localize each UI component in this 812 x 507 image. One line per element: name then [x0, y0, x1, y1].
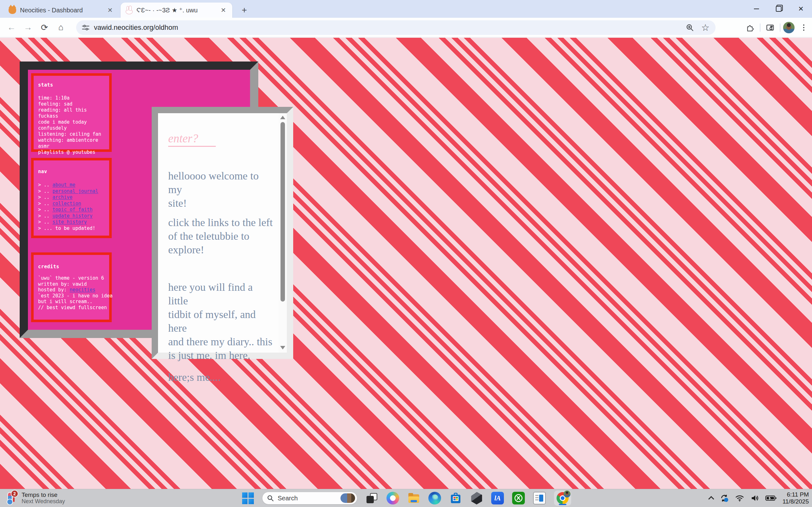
neocities-link[interactable]: neocities	[69, 287, 95, 293]
weather-widget[interactable]: 2 Temps to rise Next Wednesday	[5, 489, 65, 507]
nav-link-archive[interactable]: archive	[52, 194, 72, 200]
tab-close-icon[interactable]: ✕	[106, 6, 114, 14]
thermometer-icon: 2	[5, 492, 18, 504]
nav-item: > ... to be updated!	[38, 225, 105, 232]
file-explorer-icon[interactable]	[407, 492, 420, 504]
scroll-up-arrow-icon[interactable]	[280, 116, 285, 119]
back-button[interactable]: ←	[4, 20, 18, 35]
nav-prefix: > ..	[38, 194, 52, 200]
credits-title: credits	[38, 264, 105, 270]
nav-link-personal-journal[interactable]: personal journal	[52, 188, 98, 194]
content-area: enter? helloooo welcome to my site! clic…	[168, 113, 273, 384]
minimize-button[interactable]	[745, 0, 768, 18]
nav-prefix: > ..	[38, 182, 52, 188]
tab-close-icon[interactable]: ✕	[219, 6, 228, 14]
wifi-icon[interactable]	[735, 493, 745, 503]
nav-item: > .. personal journal	[38, 188, 105, 195]
tab-title: ϚƐ~- · -~3Ƨ ★ ⁺. uwu	[137, 6, 215, 14]
active-app-indicator	[559, 504, 566, 505]
nav-prefix: > ..	[38, 213, 52, 219]
copilot-icon[interactable]	[387, 492, 399, 504]
browser-menu-kebab-icon[interactable]	[797, 24, 810, 31]
nav-link-about-me[interactable]: about me	[52, 182, 75, 188]
start-button[interactable]	[242, 492, 254, 504]
nav-prefix: > ..	[38, 188, 52, 194]
side-panel-search-icon[interactable]	[763, 20, 777, 35]
taskbar-clock[interactable]: 6:11 PM 11/8/2025	[782, 491, 809, 505]
xbox-icon[interactable]	[512, 492, 525, 504]
nav-item: > .. archive	[38, 194, 105, 201]
tab-uwu-active[interactable]: ϚƐ~- · -~3Ƨ ★ ⁺. uwu ✕	[120, 3, 232, 18]
bookmark-star-icon[interactable]: ☆	[698, 20, 712, 35]
blue-a-glyph: lA	[494, 494, 501, 502]
weather-subtitle: Next Wednesday	[21, 498, 65, 505]
windows-taskbar: 2 Temps to rise Next Wednesday Search lA	[0, 489, 812, 507]
sync-update-icon[interactable]	[720, 493, 729, 503]
scrollbar-thumb[interactable]	[281, 122, 285, 301]
search-icon	[267, 495, 274, 502]
webpage-candy-stripe-background: stats time: 1:10a feeling: sad reading: …	[0, 38, 812, 489]
nav-item: > .. about me	[38, 182, 105, 188]
search-placeholder: Search	[277, 495, 337, 502]
nav-link-collection[interactable]: collection	[52, 201, 81, 207]
nav-prefix: > ..	[38, 219, 52, 225]
tab-neocities-dashboard[interactable]: Neocities - Dashboard ✕	[4, 3, 119, 18]
close-button[interactable]: ✕	[790, 0, 812, 18]
battery-icon[interactable]	[765, 495, 777, 501]
stats-title: stats	[38, 82, 105, 88]
nav-item: > .. collection	[38, 201, 105, 207]
weather-title: Temps to rise	[21, 492, 65, 498]
new-tab-button[interactable]: +	[239, 4, 250, 16]
nav-link-update-history[interactable]: update history	[52, 213, 92, 219]
nav-prefix: > ...	[38, 225, 55, 231]
url-text[interactable]: vawid.neocities.org/oldhom	[94, 23, 681, 32]
blue-a-app-icon[interactable]: lA	[491, 492, 504, 504]
extensions-puzzle-icon[interactable]	[743, 20, 757, 35]
clock-date: 11/8/2025	[782, 498, 809, 505]
search-highlight-image[interactable]	[341, 493, 355, 503]
cat-favicon-icon	[9, 6, 16, 14]
reload-button[interactable]: ⟳	[38, 20, 51, 35]
site-info-tune-icon[interactable]	[82, 24, 90, 32]
hidden-icons-chevron-icon[interactable]	[708, 496, 714, 502]
nav-link-topic-of-faith[interactable]: topic of faith	[52, 207, 92, 213]
photos-app-icon[interactable]	[533, 492, 546, 504]
bunny-favicon-icon	[125, 6, 133, 14]
about-paragraph: here you will find a little tidbit of my…	[168, 280, 273, 362]
nav-link-site-history[interactable]: site history	[52, 219, 87, 225]
tab-title: Neocities - Dashboard	[20, 7, 102, 14]
chrome-taskbar-button-active[interactable]	[554, 491, 571, 506]
stats-box: stats time: 1:10a feeling: sad reading: …	[31, 73, 112, 152]
hosted-by-label: hosted by:	[38, 287, 69, 293]
nav-item: > .. update history	[38, 213, 105, 219]
profile-avatar[interactable]	[783, 22, 795, 33]
scroll-down-arrow-icon[interactable]	[280, 346, 285, 349]
forward-button[interactable]: →	[21, 20, 35, 35]
gem-app-icon[interactable]	[470, 492, 483, 504]
volume-icon[interactable]	[750, 493, 760, 503]
home-button[interactable]: ⌂	[54, 20, 68, 35]
edge-icon[interactable]	[428, 492, 441, 504]
nav-text-to-be-updated: to be updated!	[55, 225, 95, 231]
taskbar-center: Search lA	[242, 489, 571, 507]
divider	[780, 23, 780, 32]
task-view-icon[interactable]	[365, 492, 378, 504]
heres-me-paragraph: here;s me....	[168, 370, 273, 384]
nav-prefix: > ..	[38, 201, 52, 207]
scrollbar[interactable]	[278, 113, 287, 352]
credits-lines-1: `uwu` theme - version 6 written by: vawi…	[38, 275, 105, 287]
chrome-profile-badge	[564, 491, 570, 498]
nav-box: nav > .. about me > .. personal journal …	[31, 158, 112, 238]
microsoft-store-icon[interactable]	[449, 492, 462, 504]
taskbar-search[interactable]: Search	[262, 492, 357, 504]
system-tray: 6:11 PM 11/8/2025	[710, 489, 809, 507]
window-controls: ✕	[745, 0, 812, 18]
divider	[760, 23, 760, 32]
tab-strip: Neocities - Dashboard ✕ ϚƐ~- · -~3Ƨ ★ ⁺.…	[0, 0, 812, 18]
content-window: enter? helloooo welcome to my site! clic…	[152, 107, 293, 359]
enter-link[interactable]: enter?	[168, 131, 216, 147]
credits-lines-2: `est 2023 - i have no idea but i will sc…	[38, 293, 105, 311]
restore-button[interactable]	[768, 0, 790, 18]
address-bar[interactable]: vawid.neocities.org/oldhom ☆	[76, 20, 716, 35]
zoom-icon[interactable]	[686, 23, 694, 32]
